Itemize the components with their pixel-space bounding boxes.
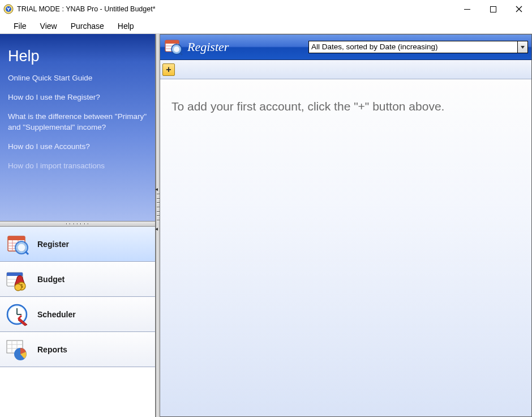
nav-label: Register bbox=[37, 240, 69, 249]
filter-text: All Dates, sorted by Date (increasing) bbox=[309, 41, 517, 53]
register-body: To add your first account, click the "+"… bbox=[160, 79, 531, 416]
reports-icon bbox=[5, 337, 29, 362]
register-icon bbox=[5, 232, 29, 257]
nav-scheduler[interactable]: Scheduler bbox=[0, 297, 155, 332]
account-tabbar: + bbox=[160, 60, 531, 79]
nav-budget[interactable]: $ Budget bbox=[0, 262, 155, 297]
svg-line-15 bbox=[25, 252, 28, 254]
empty-hint: To add your first account, click the "+"… bbox=[171, 100, 520, 113]
help-link-quickstart[interactable]: Online Quick Start Guide bbox=[8, 73, 147, 83]
help-link-register[interactable]: How do I use the Register? bbox=[8, 92, 147, 103]
help-panel: Help Online Quick Start Guide How do I u… bbox=[0, 34, 155, 221]
svg-rect-3 bbox=[490, 6, 496, 12]
budget-icon: $ bbox=[5, 267, 29, 292]
svg-line-39 bbox=[180, 53, 182, 55]
help-link-import[interactable]: How do I import transactions bbox=[8, 161, 147, 171]
chevron-down-icon bbox=[517, 41, 527, 53]
svg-rect-7 bbox=[8, 236, 25, 240]
nav-label: Budget bbox=[37, 275, 65, 284]
titlebar: TRIAL MODE : YNAB Pro - Untitled Budget* bbox=[0, 0, 532, 18]
menu-help[interactable]: Help bbox=[111, 20, 141, 32]
vertical-splitter[interactable]: ◂ ◂ bbox=[156, 34, 160, 417]
horizontal-splitter[interactable] bbox=[0, 221, 155, 227]
nav-label: Scheduler bbox=[37, 310, 76, 319]
sidebar: Help Online Quick Start Guide How do I u… bbox=[0, 34, 156, 417]
nav-reports[interactable]: Reports bbox=[0, 332, 155, 367]
maximize-button[interactable] bbox=[480, 0, 506, 18]
register-header-icon bbox=[164, 37, 183, 57]
help-link-income[interactable]: What is the difference between "Primary"… bbox=[8, 112, 147, 132]
filter-dropdown[interactable]: All Dates, sorted by Date (increasing) bbox=[308, 41, 528, 53]
app-icon bbox=[3, 4, 14, 14]
menu-purchase[interactable]: Purchase bbox=[64, 20, 111, 32]
svg-point-22 bbox=[15, 284, 22, 291]
window-title: TRIAL MODE : YNAB Pro - Untitled Budget* bbox=[17, 5, 156, 13]
menu-view[interactable]: View bbox=[33, 20, 64, 32]
menubar: File View Purchase Help bbox=[0, 18, 532, 34]
scheduler-icon bbox=[5, 302, 29, 327]
register-header: Register All Dates, sorted by Date (incr… bbox=[160, 35, 531, 60]
svg-point-14 bbox=[18, 244, 25, 251]
add-account-button[interactable]: + bbox=[162, 63, 175, 76]
menu-file[interactable]: File bbox=[7, 20, 33, 32]
close-button[interactable] bbox=[506, 0, 532, 18]
nav-label: Reports bbox=[37, 345, 67, 354]
nav-register[interactable]: Register bbox=[0, 227, 155, 262]
main-pane: Register All Dates, sorted by Date (incr… bbox=[160, 34, 532, 417]
help-title: Help bbox=[8, 48, 147, 65]
minimize-button[interactable] bbox=[454, 0, 480, 18]
help-link-accounts[interactable]: How do I use Accounts? bbox=[8, 142, 147, 152]
register-title: Register bbox=[187, 40, 229, 54]
svg-rect-34 bbox=[165, 40, 179, 44]
svg-point-38 bbox=[174, 46, 179, 52]
